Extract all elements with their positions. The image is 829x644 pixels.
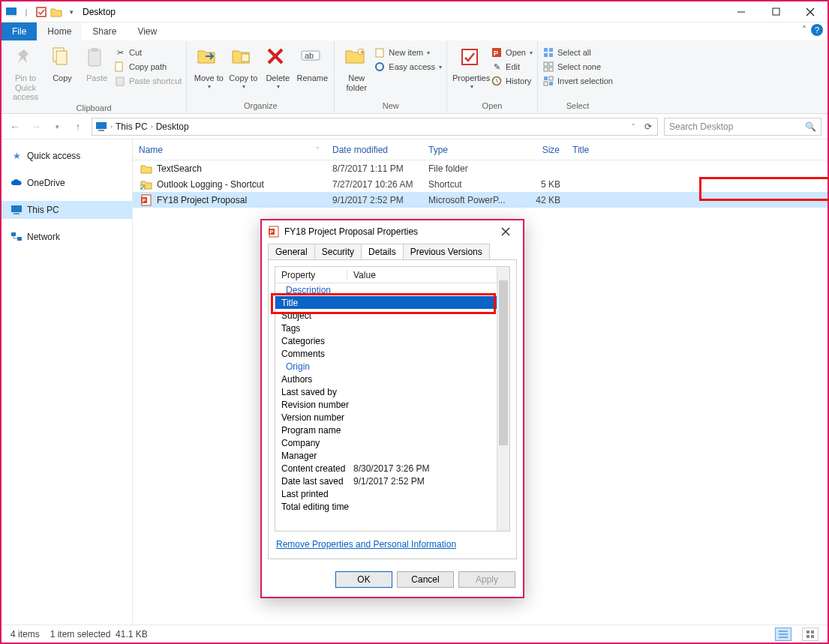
refresh-icon[interactable]: ⟳: [642, 121, 654, 133]
tab-file[interactable]: File: [2, 22, 37, 40]
sidebar-item-quick-access[interactable]: ★ Quick access: [2, 147, 132, 165]
sidebar-item-onedrive[interactable]: OneDrive: [2, 174, 132, 192]
large-icons-view-button[interactable]: [802, 628, 818, 641]
apply-button[interactable]: Apply: [458, 571, 515, 588]
tab-home[interactable]: Home: [37, 22, 82, 40]
cancel-button[interactable]: Cancel: [397, 571, 454, 588]
rename-button[interactable]: ab Rename: [295, 43, 329, 83]
table-row[interactable]: PFY18 Project Proposal 9/1/2017 2:52 PM …: [133, 192, 827, 208]
column-title[interactable]: Title: [566, 145, 701, 155]
help-icon[interactable]: ?: [811, 24, 823, 36]
edit-button[interactable]: ✎Edit: [491, 61, 533, 73]
close-button[interactable]: [793, 1, 827, 22]
property-list: Property Value DescriptionTitleSubjectTa…: [275, 266, 510, 532]
svg-rect-22: [462, 49, 477, 64]
scrollbar-thumb[interactable]: [499, 280, 508, 445]
column-size[interactable]: Size: [514, 145, 566, 155]
properties-button[interactable]: Properties▾: [452, 43, 491, 90]
property-row[interactable]: Version number: [275, 411, 497, 424]
back-button[interactable]: ←: [8, 119, 23, 134]
property-row[interactable]: Revision number: [275, 398, 497, 411]
folder-qa-icon[interactable]: [50, 5, 63, 19]
property-name: Manager: [281, 451, 353, 461]
tab-details[interactable]: Details: [361, 244, 404, 259]
explorer-window: | ▾ Desktop File Home Share View ˄ ?: [0, 0, 829, 644]
select-all-button[interactable]: Select all: [542, 46, 613, 58]
chevron-right-icon[interactable]: ›: [110, 123, 113, 130]
property-row[interactable]: Subject: [275, 309, 497, 322]
history-button[interactable]: History: [491, 75, 533, 87]
search-input[interactable]: Search Desktop 🔍: [664, 118, 821, 136]
property-value[interactable]: 8/30/2017 3:26 PM: [353, 463, 491, 474]
tab-general[interactable]: General: [268, 244, 315, 259]
copy-button[interactable]: Copy: [45, 43, 80, 83]
paste-button[interactable]: Paste: [80, 43, 114, 83]
pin-quick-access-button[interactable]: Pin to Quick access: [6, 43, 45, 102]
property-value[interactable]: 9/1/2017 2:52 PM: [353, 476, 491, 487]
svg-rect-53: [806, 635, 809, 638]
column-name[interactable]: Name˄: [133, 145, 326, 155]
minimize-button[interactable]: [724, 1, 758, 22]
forward-button[interactable]: →: [29, 119, 44, 134]
open-button[interactable]: POpen▾: [491, 46, 533, 58]
cut-button[interactable]: ✂Cut: [114, 46, 182, 58]
qa-sep-icon: |: [20, 5, 33, 19]
address-bar[interactable]: › This PC › Desktop ˅ ⟳: [92, 118, 658, 136]
breadcrumb[interactable]: Desktop: [156, 121, 189, 132]
property-row[interactable]: Tags: [275, 322, 497, 334]
up-button[interactable]: ↑: [71, 119, 86, 134]
details-view-button[interactable]: [775, 628, 791, 641]
table-row[interactable]: Outlook Logging - Shortcut 7/27/2017 10:…: [133, 176, 827, 192]
new-item-button[interactable]: New item▾: [374, 46, 442, 58]
sidebar-item-network[interactable]: Network: [2, 228, 132, 246]
move-to-button[interactable]: Move to▾: [191, 43, 226, 90]
tab-security[interactable]: Security: [314, 244, 362, 259]
property-row[interactable]: Total editing time: [275, 500, 497, 513]
copy-path-button[interactable]: Copy path: [114, 61, 182, 73]
delete-button[interactable]: Delete▾: [260, 43, 295, 90]
invert-selection-button[interactable]: Invert selection: [542, 75, 613, 87]
paste-shortcut-button[interactable]: Paste shortcut: [114, 75, 182, 87]
maximize-button[interactable]: [758, 1, 793, 22]
tab-view[interactable]: View: [127, 22, 167, 40]
ribbon-group-open: Properties▾ POpen▾ ✎Edit History Open: [447, 40, 538, 113]
recent-dropdown[interactable]: ▾: [50, 119, 65, 134]
property-row[interactable]: Last printed: [275, 487, 497, 500]
qa-overflow-icon[interactable]: ▾: [65, 5, 78, 19]
value-header[interactable]: Value: [347, 270, 497, 280]
property-row[interactable]: Manager: [275, 449, 497, 462]
svg-rect-41: [14, 213, 20, 214]
properties-qa-icon[interactable]: [35, 5, 48, 19]
breadcrumb[interactable]: This PC: [116, 121, 148, 132]
svg-rect-26: [544, 48, 548, 52]
tab-previous-versions[interactable]: Previous Versions: [403, 244, 490, 259]
property-row[interactable]: Authors: [275, 373, 497, 385]
svg-text:P: P: [143, 198, 146, 203]
select-none-button[interactable]: Select none: [542, 61, 613, 73]
column-date[interactable]: Date modified: [326, 145, 422, 155]
table-row[interactable]: TextSearch 8/7/2017 1:11 PM File folder: [133, 160, 827, 176]
ok-button[interactable]: OK: [335, 571, 392, 588]
easy-access-button[interactable]: Easy access▾: [374, 61, 442, 73]
chevron-up-icon[interactable]: ˄: [802, 25, 806, 35]
chevron-right-icon[interactable]: ›: [151, 123, 153, 130]
scrollbar[interactable]: [497, 267, 509, 531]
property-row[interactable]: Comments: [275, 347, 497, 360]
dialog-title: FY18 Project Proposal Properties: [284, 226, 418, 237]
property-row[interactable]: Program name: [275, 424, 497, 436]
property-row[interactable]: Content created8/30/2017 3:26 PM: [275, 462, 497, 475]
addr-dropdown-icon[interactable]: ˅: [627, 121, 639, 133]
copy-to-button[interactable]: Copy to▾: [226, 43, 260, 90]
dialog-close-button[interactable]: [494, 221, 517, 242]
property-header[interactable]: Property: [275, 270, 347, 280]
remove-properties-link[interactable]: Remove Properties and Personal Informati…: [275, 532, 510, 553]
property-row[interactable]: Categories: [275, 334, 497, 347]
property-row[interactable]: Last saved by: [275, 385, 497, 398]
sidebar-item-this-pc[interactable]: This PC: [2, 201, 132, 219]
property-row[interactable]: Date last saved9/1/2017 2:52 PM: [275, 475, 497, 487]
column-type[interactable]: Type: [422, 145, 514, 155]
property-row[interactable]: Title: [275, 296, 497, 309]
new-folder-button[interactable]: ★ New folder: [339, 43, 374, 92]
tab-share[interactable]: Share: [82, 22, 127, 40]
property-row[interactable]: Company: [275, 436, 497, 449]
